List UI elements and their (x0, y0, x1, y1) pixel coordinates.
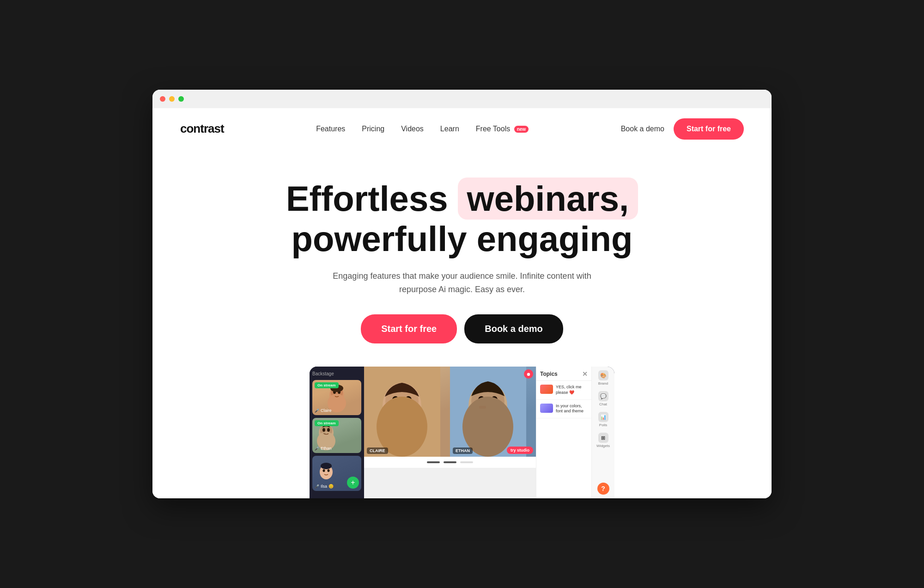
nav-links: Features Pricing Videos Learn Free Tools… (316, 125, 529, 133)
nav-link-pricing[interactable]: Pricing (362, 125, 384, 133)
try-studio-badge[interactable]: try studio (507, 447, 533, 454)
topics-close-button[interactable]: ✕ (582, 370, 588, 378)
nav-item-features[interactable]: Features (316, 125, 345, 133)
start-free-nav-button[interactable]: Start for free (674, 118, 744, 140)
topics-header: Topics ✕ (536, 367, 591, 381)
start-free-hero-button[interactable]: Start for free (361, 314, 457, 343)
sidebar-polls[interactable]: 📊 Polls (598, 412, 608, 427)
chat-icon[interactable]: 💬 (598, 391, 608, 401)
mic-icon-ethan: 🎤 (315, 447, 319, 451)
ethan-name-tag: 🎤 Ethan (315, 446, 332, 451)
polls-label: Polls (599, 423, 607, 427)
svg-point-15 (321, 463, 332, 469)
nav-link-videos[interactable]: Videos (401, 125, 424, 133)
topic-text-1: YES, click me please ❤️ (556, 385, 588, 395)
topic-thumb-2 (540, 404, 553, 413)
record-icon: ⏺ (526, 372, 531, 377)
on-stream-badge-ethan: On stream (315, 420, 339, 426)
backstage-person-ethan[interactable]: On stream 🎤 Ethan (312, 418, 361, 453)
stage-dot-1[interactable] (427, 461, 440, 463)
demo-preview-container: Backstage (152, 367, 772, 498)
nav-item-pricing[interactable]: Pricing (362, 125, 384, 133)
mic-icon: 🎤 (315, 409, 319, 413)
demo-preview: Backstage (310, 367, 614, 498)
fullscreen-dot[interactable] (178, 96, 184, 102)
emoji-ilsa: 😊 (328, 484, 334, 489)
ethan-stage-video (450, 367, 536, 457)
sidebar-widgets[interactable]: ⊞ Widgets (596, 433, 610, 448)
claire-stage-video (364, 367, 450, 457)
svg-rect-32 (479, 406, 486, 409)
nav-link-features[interactable]: Features (316, 125, 345, 133)
stage-video-row: CLAIRE (364, 367, 536, 457)
close-dot[interactable] (160, 96, 165, 102)
nav-item-videos[interactable]: Videos (401, 125, 424, 133)
navigation: contrast Features Pricing Videos Learn F… (152, 108, 772, 150)
nav-right: Book a demo Start for free (621, 118, 744, 140)
sidebar-chat[interactable]: 💬 Chat (598, 391, 608, 406)
svg-point-9 (322, 428, 325, 432)
book-demo-hero-button[interactable]: Book a demo (464, 314, 563, 343)
widgets-icon[interactable]: ⊞ (598, 433, 608, 443)
book-demo-nav-button[interactable]: Book a demo (621, 125, 664, 133)
chat-label: Chat (599, 402, 607, 406)
topic-item-1[interactable]: YES, click me please ❤️ (536, 381, 591, 399)
stage-ethan-video: ⏺ ETHAN try studio (450, 367, 536, 457)
svg-rect-11 (323, 433, 326, 434)
minimize-dot[interactable] (169, 96, 175, 102)
svg-point-10 (327, 428, 330, 432)
nav-item-free-tools[interactable]: Free Tools new (476, 125, 529, 133)
topics-panel: Topics ✕ YES, click me please ❤️ In your… (536, 367, 591, 498)
browser-window: contrast Features Pricing Videos Learn F… (152, 90, 772, 499)
ethan-large-face (450, 367, 526, 457)
stage-claire-video: CLAIRE (364, 367, 450, 457)
hero-highlight: webinars, (458, 178, 638, 220)
backstage-panel: Backstage (310, 367, 364, 498)
hero-title: Effortless webinars, powerfully engaging (171, 178, 753, 258)
ilsa-name-tag: 🎤 Ilsa 😊 (315, 484, 334, 489)
right-sidebar: 🎨 Brand 💬 Chat 📊 Polls ⊞ Widgets (591, 367, 614, 498)
stage-dot-2[interactable] (444, 461, 456, 463)
brand-label: Brand (598, 381, 608, 386)
main-stage: CLAIRE (364, 367, 536, 498)
backstage-person-claire[interactable]: On stream 🎤 Claire (312, 380, 361, 415)
topics-title: Topics (540, 371, 558, 377)
logo[interactable]: contrast (180, 122, 224, 136)
sidebar-brand[interactable]: 🎨 Brand (598, 370, 608, 386)
claire-stage-label: CLAIRE (367, 447, 388, 454)
hero-section: Effortless webinars, powerfully engaging… (152, 150, 772, 367)
help-icon[interactable]: ? (597, 483, 609, 495)
ethan-stage-label: ETHAN (453, 447, 473, 454)
hero-buttons: Start for free Book a demo (171, 314, 753, 343)
backstage-person-ilsa[interactable]: 🎤 Ilsa 😊 + (312, 456, 361, 491)
claire-name-tag: 🎤 Claire (315, 408, 332, 413)
nav-link-free-tools[interactable]: Free Tools new (476, 125, 529, 133)
hero-subtitle: Engaging features that make your audienc… (333, 270, 591, 296)
polls-icon[interactable]: 📊 (598, 412, 608, 422)
claire-large-face (364, 367, 440, 457)
browser-chrome (152, 90, 772, 108)
topic-thumb-1 (540, 385, 553, 394)
on-stream-badge-claire: On stream (315, 382, 339, 388)
widgets-label: Widgets (596, 444, 610, 448)
brand-icon[interactable]: 🎨 (598, 370, 608, 380)
nav-link-learn[interactable]: Learn (440, 125, 459, 133)
svg-point-13 (323, 469, 325, 472)
new-badge: new (514, 126, 529, 133)
help-icon-char: ? (601, 485, 605, 492)
page-content: contrast Features Pricing Videos Learn F… (152, 108, 772, 499)
topic-item-2[interactable]: In your colors, font and theme (536, 400, 591, 418)
svg-point-14 (328, 469, 330, 472)
stage-bottom (364, 457, 536, 468)
stage-dot-3[interactable] (460, 461, 473, 463)
nav-item-learn[interactable]: Learn (440, 125, 459, 133)
mic-icon-ilsa: 🎤 (315, 484, 319, 489)
backstage-label: Backstage (312, 371, 361, 376)
topic-text-2: In your colors, font and theme (556, 404, 588, 414)
